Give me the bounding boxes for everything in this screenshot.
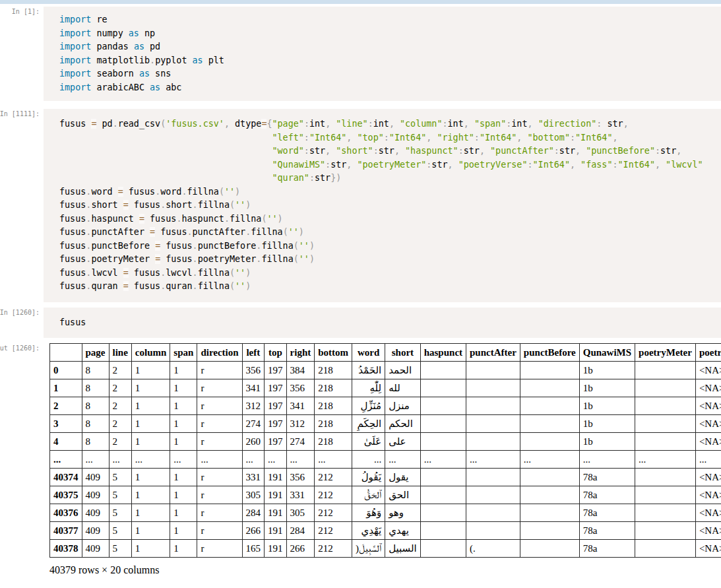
table-cell: 191 [265, 486, 287, 504]
table-cell: 409 [82, 504, 109, 522]
code-line: import seaborn as sns [59, 67, 721, 81]
row-index: 3 [50, 415, 82, 433]
column-header: bottom [315, 344, 352, 362]
column-header: column [131, 344, 170, 362]
table-cell: ... [286, 451, 315, 469]
table-cell [420, 504, 466, 522]
code-line: fusus.haspunct = fusus.haspunct.fillna('… [59, 212, 721, 226]
code-line: fusus.poetryMeter = fusus.poetryMeter.fi… [59, 253, 721, 267]
table-cell [635, 504, 696, 522]
table-cell [420, 540, 466, 558]
column-header: word [352, 344, 385, 362]
table-cell: 197 [265, 415, 287, 433]
table-cell: 1b [579, 362, 635, 379]
table-cell: 212 [315, 522, 352, 540]
table-cell: r [197, 504, 242, 522]
column-header [50, 344, 82, 362]
table-cell: (. [466, 540, 520, 558]
row-index: 4 [50, 433, 82, 451]
table-cell: منزل [385, 397, 421, 415]
code-cell-read-csv[interactable]: In [1111]: fusus = pd.read_csv('fusus.cs… [0, 109, 721, 302]
column-header: direction [197, 344, 242, 362]
column-header: page [82, 344, 109, 362]
code-line: import matplotlib.pyplot as plt [59, 54, 721, 68]
table-cell: <NA> [695, 469, 721, 486]
table-cell: 1 [170, 540, 197, 558]
table-cell: مُنَزِّلِ [352, 397, 385, 415]
table-cell: 218 [315, 362, 352, 379]
table-cell [635, 433, 696, 451]
code-line: import re [59, 13, 721, 27]
table-cell: 274 [286, 433, 315, 451]
toolbar-divider [0, 0, 721, 4]
table-cell: 218 [315, 379, 352, 397]
table-cell: 218 [315, 433, 352, 451]
input-prompt: In [1]: [12, 8, 40, 15]
table-cell [635, 379, 696, 397]
table-cell: r [197, 415, 242, 433]
table-cell [466, 415, 520, 433]
table-cell: على [385, 433, 421, 451]
code-line: "quran":str}) [59, 172, 721, 185]
table-cell: 1 [131, 504, 170, 522]
table-cell: 78a [579, 522, 635, 540]
table-cell: <NA> [695, 397, 721, 415]
table-cell: 341 [286, 397, 315, 415]
table-cell: ... [420, 451, 466, 469]
table-cell: 305 [242, 486, 265, 504]
table-cell: 8 [82, 397, 109, 415]
table-cell: r [197, 540, 242, 558]
code-editor[interactable]: fusus = pd.read_csv('fusus.csv', dtype={… [44, 109, 721, 302]
table-cell: 1 [170, 486, 197, 504]
table-cell [520, 415, 579, 433]
table-cell: ... [579, 451, 635, 469]
table-cell [466, 504, 520, 522]
table-cell: 284 [242, 504, 265, 522]
table-cell: r [197, 379, 242, 397]
code-line: fusus = pd.read_csv('fusus.csv', dtype={… [59, 117, 721, 131]
code-editor[interactable]: import reimport numpy as npimport pandas… [44, 7, 721, 101]
table-cell: 1 [170, 469, 197, 486]
table-cell: 2 [109, 433, 131, 451]
table-cell: 409 [82, 486, 109, 504]
table-cell: r [197, 486, 242, 504]
table-cell [635, 415, 696, 433]
table-cell: 1 [170, 504, 197, 522]
table-cell: 1 [131, 397, 170, 415]
code-line: fusus.lwcvl = fusus.lwcvl.fillna('') [59, 267, 721, 280]
table-cell: يَقُولُ [352, 469, 385, 486]
code-editor[interactable]: fusus [44, 308, 721, 339]
row-index: 40375 [50, 486, 82, 504]
table-cell: 78a [579, 486, 635, 504]
table-cell: 212 [315, 469, 352, 486]
table-cell: ... [242, 451, 265, 469]
table-cell: 1b [579, 415, 635, 433]
code-cell-imports[interactable]: In [1]: import reimport numpy as npimpor… [0, 7, 721, 101]
table-row: 40378409511r165191266212)ٱلسَّبِيلَالسبي… [50, 540, 721, 558]
code-line: fusus.short = fusus.short.fillna('') [59, 199, 721, 212]
column-header: span [170, 344, 197, 362]
column-header: poetryVerse [695, 344, 721, 362]
table-cell: 1 [131, 486, 170, 504]
row-index: ... [50, 451, 82, 469]
code-cell-fusus[interactable]: In [1260]: fusus [0, 308, 721, 339]
table-cell [635, 362, 696, 379]
table-cell: 8 [82, 379, 109, 397]
code-line: import pandas as pd [59, 40, 721, 54]
code-line: fusus [59, 316, 721, 330]
code-line: import arabicABC as abc [59, 81, 721, 95]
table-cell [466, 469, 520, 486]
table-cell: يقول [385, 469, 421, 486]
table-cell: 356 [286, 379, 315, 397]
table-cell: 384 [286, 362, 315, 379]
table-cell: 1 [131, 522, 170, 540]
table-cell: <NA> [695, 362, 721, 379]
table-cell: 1 [131, 540, 170, 558]
table-cell: لِلّٰهِ [352, 379, 385, 397]
table-cell: يَهْدِي [352, 522, 385, 540]
table-cell: 1 [131, 415, 170, 433]
column-header: punctAfter [466, 344, 520, 362]
table-cell: ... [635, 451, 696, 469]
table-row: 28211r312197341218مُنَزِّلِمنزل1b<NA>0 [50, 397, 721, 415]
table-cell: 191 [265, 540, 287, 558]
